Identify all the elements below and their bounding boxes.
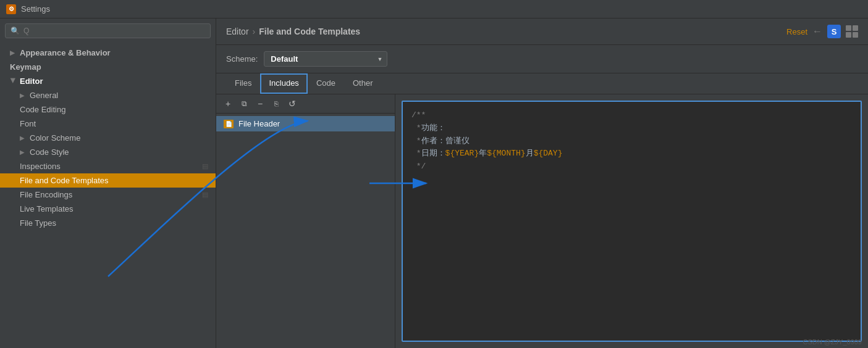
copy-button[interactable]: ⧉ (237, 97, 251, 110)
file-item-file-header[interactable]: 📄 File Header (216, 116, 395, 131)
panel-header: Editor › File and Code Templates Reset ←… (216, 19, 868, 45)
search-box[interactable]: 🔍 (5, 23, 211, 38)
sidebar-item-code-editing[interactable]: Code Editing (0, 102, 216, 117)
code-panel: /** *功能： *作者：曾谨仪 *日期：${YEAR}年${MONTH}月${… (395, 94, 868, 348)
inspections-icon: ▤ (202, 162, 208, 170)
tab-includes[interactable]: Includes (260, 73, 307, 94)
code-line-5: */ (411, 160, 852, 173)
scheme-label: Scheme: (226, 54, 258, 64)
toolbar: + ⧉ − ⎘ ↺ (216, 94, 395, 114)
code-line-1: /** (411, 109, 852, 122)
right-panel: Editor › File and Code Templates Reset ←… (216, 19, 868, 348)
app-title: Settings (21, 4, 50, 14)
sidebar: 🔍 ▶ Appearance & Behavior Keymap ▶ Edito… (0, 19, 216, 348)
file-list-panel: + ⧉ − ⎘ ↺ (216, 94, 395, 348)
chevron-right-icon: ▶ (10, 49, 16, 56)
sidebar-item-label: File and Code Templates (20, 176, 109, 185)
sidebar-item-live-templates[interactable]: Live Templates (0, 202, 216, 216)
breadcrumb: Editor › File and Code Templates (226, 27, 360, 36)
sidebar-item-editor[interactable]: ▶ Editor (0, 74, 216, 88)
code-line-4: *日期：${YEAR}年${MONTH}月${DAY} (411, 147, 852, 160)
sidebar-item-label: File Types (20, 218, 56, 228)
nav-tree: ▶ Appearance & Behavior Keymap ▶ Editor … (0, 43, 216, 348)
sidebar-item-color-scheme[interactable]: ▶ Color Scheme (0, 131, 216, 145)
breadcrumb-current: File and Code Templates (259, 27, 360, 36)
sidebar-item-label: Code Style (30, 147, 69, 157)
header-actions: Reset ← S (786, 25, 858, 38)
s-icon: S (827, 25, 841, 38)
breadcrumb-parent: Editor (226, 27, 249, 36)
tabs-row: Files Includes Code Other (216, 73, 868, 94)
sidebar-item-code-style[interactable]: ▶ Code Style (0, 145, 216, 159)
clone-button[interactable]: ⎘ (269, 97, 283, 110)
sidebar-item-file-and-code-templates[interactable]: File and Code Templates (0, 173, 216, 188)
title-bar: ⚙ Settings (0, 0, 868, 19)
sidebar-item-label: Font (20, 119, 36, 128)
watermark: CSDN @ZJY_0909 (803, 338, 862, 346)
sidebar-item-label: Color Scheme (30, 133, 80, 143)
file-icon: 📄 (224, 120, 234, 128)
code-line-2: *功能： (411, 122, 852, 135)
sidebar-item-label: Live Templates (20, 204, 73, 213)
scheme-row: Scheme: Default Project (216, 45, 868, 73)
sidebar-item-file-types[interactable]: File Types (0, 216, 216, 230)
app-icon: ⚙ (6, 4, 16, 14)
sidebar-item-appearance[interactable]: ▶ Appearance & Behavior (0, 46, 216, 60)
sidebar-item-label: Inspections (20, 162, 61, 171)
remove-button[interactable]: − (253, 97, 267, 110)
main-content: 🔍 ▶ Appearance & Behavior Keymap ▶ Edito… (0, 19, 868, 348)
breadcrumb-separator: › (253, 27, 256, 36)
tab-other[interactable]: Other (344, 73, 382, 94)
sidebar-item-keymap[interactable]: Keymap (0, 60, 216, 74)
tab-files[interactable]: Files (226, 73, 260, 94)
chevron-down-icon: ▶ (10, 78, 17, 85)
sidebar-item-inspections[interactable]: Inspections ▤ (0, 159, 216, 173)
panel-body: + ⧉ − ⎘ ↺ (216, 94, 868, 348)
reset-file-button[interactable]: ↺ (285, 97, 299, 110)
code-editor[interactable]: /** *功能： *作者：曾谨仪 *日期：${YEAR}年${MONTH}月${… (402, 101, 862, 342)
file-item-label: File Header (238, 119, 280, 128)
file-encodings-icon: ▤ (202, 191, 208, 199)
search-input[interactable] (23, 27, 205, 35)
file-list: 📄 File Header (216, 114, 395, 348)
reset-button[interactable]: Reset (786, 27, 807, 36)
sidebar-item-general[interactable]: ▶ General (0, 88, 216, 102)
sidebar-item-label: Appearance & Behavior (20, 48, 111, 57)
search-icon: 🔍 (11, 27, 20, 35)
sidebar-item-label: Code Editing (20, 105, 65, 114)
code-line-3: *作者：曾谨仪 (411, 135, 852, 148)
chevron-right-icon: ▶ (20, 149, 26, 155)
sidebar-item-file-encodings[interactable]: File Encodings ▤ (0, 188, 216, 202)
sidebar-item-font[interactable]: Font (0, 117, 216, 131)
scheme-select[interactable]: Default Project (264, 51, 387, 67)
add-button[interactable]: + (221, 97, 235, 110)
tab-code[interactable]: Code (308, 73, 344, 94)
sidebar-item-label: Keymap (10, 62, 41, 72)
chevron-right-icon: ▶ (20, 135, 26, 141)
chevron-right-icon: ▶ (20, 92, 26, 99)
grid-icon (846, 25, 858, 38)
scheme-select-wrap: Default Project (264, 51, 387, 67)
sidebar-item-label: General (30, 91, 58, 100)
back-button[interactable]: ← (812, 26, 822, 37)
sidebar-item-label: File Encodings (20, 190, 72, 199)
sidebar-item-label: Editor (20, 77, 43, 86)
